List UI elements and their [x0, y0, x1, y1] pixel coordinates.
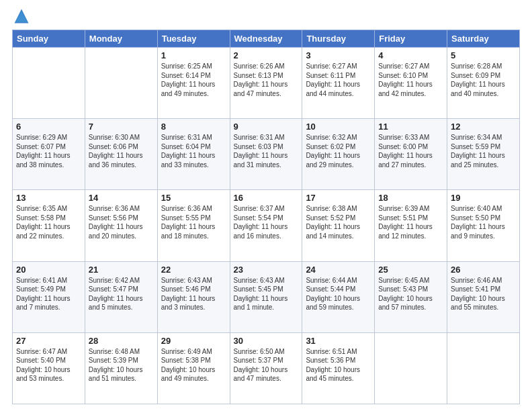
cell-day-number: 4 [378, 50, 443, 60]
cell-day-number: 19 [451, 193, 516, 203]
calendar-cell [85, 48, 157, 119]
calendar-cell: 12Sunrise: 6:34 AM Sunset: 5:59 PM Dayli… [447, 119, 520, 190]
calendar-cell: 13Sunrise: 6:35 AM Sunset: 5:58 PM Dayli… [13, 190, 85, 261]
calendar-cell: 4Sunrise: 6:27 AM Sunset: 6:10 PM Daylig… [375, 48, 447, 119]
calendar-cell: 26Sunrise: 6:46 AM Sunset: 5:41 PM Dayli… [447, 261, 520, 332]
calendar-cell: 8Sunrise: 6:31 AM Sunset: 6:04 PM Daylig… [157, 119, 230, 190]
page: SundayMondayTuesdayWednesdayThursdayFrid… [0, 0, 532, 411]
cell-day-number: 13 [16, 193, 81, 203]
cell-day-number: 8 [161, 122, 226, 132]
cell-day-number: 17 [306, 193, 371, 203]
cell-day-number: 9 [234, 122, 299, 132]
calendar-cell [13, 48, 85, 119]
calendar-week-2: 13Sunrise: 6:35 AM Sunset: 5:58 PM Dayli… [13, 190, 520, 261]
calendar-week-0: 1Sunrise: 6:25 AM Sunset: 6:14 PM Daylig… [13, 48, 520, 119]
weekday-header-sunday: Sunday [13, 30, 85, 48]
cell-day-number: 6 [16, 122, 81, 132]
cell-day-number: 29 [161, 336, 226, 346]
cell-info-text: Sunrise: 6:38 AM Sunset: 5:52 PM Dayligh… [306, 204, 371, 240]
calendar-cell: 22Sunrise: 6:43 AM Sunset: 5:46 PM Dayli… [157, 261, 230, 332]
calendar-cell: 18Sunrise: 6:39 AM Sunset: 5:51 PM Dayli… [375, 190, 447, 261]
calendar-cell: 27Sunrise: 6:47 AM Sunset: 5:40 PM Dayli… [13, 332, 85, 404]
calendar-cell: 31Sunrise: 6:51 AM Sunset: 5:36 PM Dayli… [302, 332, 375, 404]
calendar-week-3: 20Sunrise: 6:41 AM Sunset: 5:49 PM Dayli… [13, 261, 520, 332]
calendar-cell: 15Sunrise: 6:36 AM Sunset: 5:55 PM Dayli… [157, 190, 230, 261]
cell-info-text: Sunrise: 6:40 AM Sunset: 5:50 PM Dayligh… [451, 204, 516, 240]
cell-day-number: 25 [378, 265, 443, 275]
cell-day-number: 7 [89, 122, 154, 132]
calendar-week-4: 27Sunrise: 6:47 AM Sunset: 5:40 PM Dayli… [13, 332, 520, 404]
calendar-cell: 30Sunrise: 6:50 AM Sunset: 5:37 PM Dayli… [230, 332, 302, 404]
cell-info-text: Sunrise: 6:48 AM Sunset: 5:39 PM Dayligh… [89, 347, 154, 383]
cell-info-text: Sunrise: 6:43 AM Sunset: 5:45 PM Dayligh… [234, 276, 299, 312]
cell-day-number: 15 [161, 193, 226, 203]
calendar-cell: 16Sunrise: 6:37 AM Sunset: 5:54 PM Dayli… [230, 190, 302, 261]
calendar-cell: 14Sunrise: 6:36 AM Sunset: 5:56 PM Dayli… [85, 190, 157, 261]
cell-day-number: 27 [16, 336, 81, 346]
calendar-cell: 9Sunrise: 6:31 AM Sunset: 6:03 PM Daylig… [230, 119, 302, 190]
cell-info-text: Sunrise: 6:33 AM Sunset: 6:00 PM Dayligh… [378, 133, 443, 169]
cell-info-text: Sunrise: 6:28 AM Sunset: 6:09 PM Dayligh… [451, 62, 516, 98]
logo-area [12, 7, 32, 26]
cell-day-number: 20 [16, 265, 81, 275]
cell-info-text: Sunrise: 6:41 AM Sunset: 5:49 PM Dayligh… [16, 276, 81, 312]
calendar-cell: 3Sunrise: 6:27 AM Sunset: 6:11 PM Daylig… [302, 48, 375, 119]
cell-info-text: Sunrise: 6:44 AM Sunset: 5:44 PM Dayligh… [306, 276, 371, 312]
calendar-cell: 5Sunrise: 6:28 AM Sunset: 6:09 PM Daylig… [447, 48, 520, 119]
calendar-cell: 1Sunrise: 6:25 AM Sunset: 6:14 PM Daylig… [157, 48, 230, 119]
calendar-cell: 20Sunrise: 6:41 AM Sunset: 5:49 PM Dayli… [13, 261, 85, 332]
cell-day-number: 1 [161, 50, 226, 60]
cell-info-text: Sunrise: 6:34 AM Sunset: 5:59 PM Dayligh… [451, 133, 516, 169]
cell-day-number: 3 [306, 50, 371, 60]
cell-day-number: 23 [234, 265, 299, 275]
cell-info-text: Sunrise: 6:31 AM Sunset: 6:03 PM Dayligh… [234, 133, 299, 169]
calendar-cell: 11Sunrise: 6:33 AM Sunset: 6:00 PM Dayli… [375, 119, 447, 190]
cell-info-text: Sunrise: 6:46 AM Sunset: 5:41 PM Dayligh… [451, 276, 516, 312]
calendar-header-row: SundayMondayTuesdayWednesdayThursdayFrid… [13, 30, 520, 48]
calendar-table: SundayMondayTuesdayWednesdayThursdayFrid… [12, 30, 520, 404]
cell-info-text: Sunrise: 6:50 AM Sunset: 5:37 PM Dayligh… [234, 347, 299, 383]
cell-day-number: 12 [451, 122, 516, 132]
calendar-cell: 10Sunrise: 6:32 AM Sunset: 6:02 PM Dayli… [302, 119, 375, 190]
header [12, 7, 520, 26]
cell-day-number: 21 [89, 265, 154, 275]
cell-day-number: 2 [234, 50, 299, 60]
svg-marker-1 [15, 11, 28, 22]
cell-info-text: Sunrise: 6:32 AM Sunset: 6:02 PM Dayligh… [306, 133, 371, 169]
cell-info-text: Sunrise: 6:47 AM Sunset: 5:40 PM Dayligh… [16, 347, 81, 383]
cell-info-text: Sunrise: 6:29 AM Sunset: 6:07 PM Dayligh… [16, 133, 81, 169]
cell-info-text: Sunrise: 6:45 AM Sunset: 5:43 PM Dayligh… [378, 276, 443, 312]
calendar-cell: 25Sunrise: 6:45 AM Sunset: 5:43 PM Dayli… [375, 261, 447, 332]
cell-info-text: Sunrise: 6:37 AM Sunset: 5:54 PM Dayligh… [234, 204, 299, 240]
cell-info-text: Sunrise: 6:26 AM Sunset: 6:13 PM Dayligh… [234, 62, 299, 98]
cell-day-number: 28 [89, 336, 154, 346]
calendar-cell: 17Sunrise: 6:38 AM Sunset: 5:52 PM Dayli… [302, 190, 375, 261]
cell-info-text: Sunrise: 6:42 AM Sunset: 5:47 PM Dayligh… [89, 276, 154, 312]
cell-day-number: 10 [306, 122, 371, 132]
calendar-cell: 24Sunrise: 6:44 AM Sunset: 5:44 PM Dayli… [302, 261, 375, 332]
cell-info-text: Sunrise: 6:31 AM Sunset: 6:04 PM Dayligh… [161, 133, 226, 169]
calendar-cell: 7Sunrise: 6:30 AM Sunset: 6:06 PM Daylig… [85, 119, 157, 190]
cell-info-text: Sunrise: 6:27 AM Sunset: 6:10 PM Dayligh… [378, 62, 443, 98]
calendar-week-1: 6Sunrise: 6:29 AM Sunset: 6:07 PM Daylig… [13, 119, 520, 190]
weekday-header-monday: Monday [85, 30, 157, 48]
calendar-cell: 19Sunrise: 6:40 AM Sunset: 5:50 PM Dayli… [447, 190, 520, 261]
cell-day-number: 26 [451, 265, 516, 275]
calendar-cell: 23Sunrise: 6:43 AM Sunset: 5:45 PM Dayli… [230, 261, 302, 332]
logo-icon [12, 7, 31, 26]
cell-info-text: Sunrise: 6:43 AM Sunset: 5:46 PM Dayligh… [161, 276, 226, 312]
cell-day-number: 18 [378, 193, 443, 203]
cell-info-text: Sunrise: 6:35 AM Sunset: 5:58 PM Dayligh… [16, 204, 81, 240]
weekday-header-thursday: Thursday [302, 30, 375, 48]
cell-info-text: Sunrise: 6:25 AM Sunset: 6:14 PM Dayligh… [161, 62, 226, 98]
calendar-cell [375, 332, 447, 404]
weekday-header-tuesday: Tuesday [157, 30, 230, 48]
calendar-cell: 21Sunrise: 6:42 AM Sunset: 5:47 PM Dayli… [85, 261, 157, 332]
cell-info-text: Sunrise: 6:36 AM Sunset: 5:56 PM Dayligh… [89, 204, 154, 240]
cell-info-text: Sunrise: 6:30 AM Sunset: 6:06 PM Dayligh… [89, 133, 154, 169]
weekday-header-saturday: Saturday [447, 30, 520, 48]
cell-day-number: 11 [378, 122, 443, 132]
cell-day-number: 31 [306, 336, 371, 346]
calendar-cell [447, 332, 520, 404]
cell-day-number: 30 [234, 336, 299, 346]
